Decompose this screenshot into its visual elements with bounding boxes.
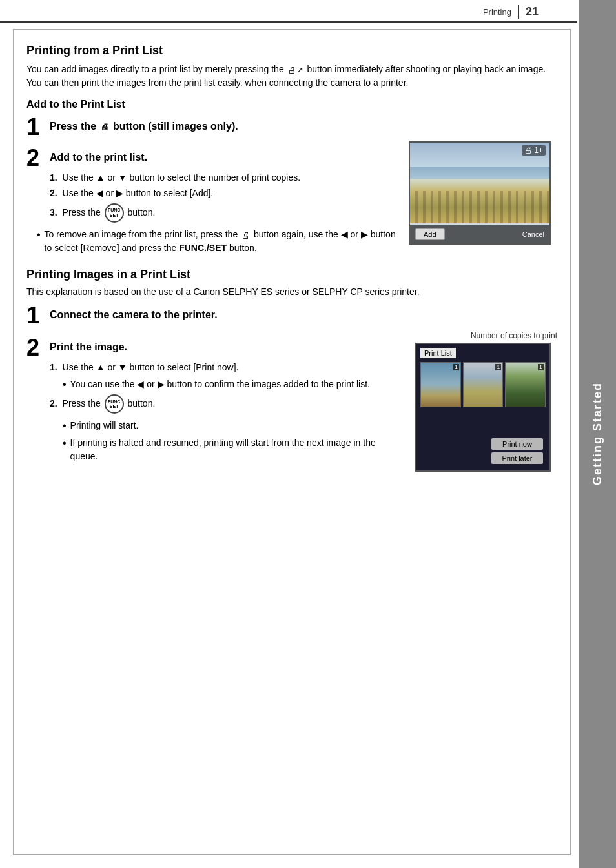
step1-number: 1	[26, 116, 46, 139]
connect-step: 1 Connect the camera to the printer.	[26, 304, 557, 327]
bullet1: • To remove an image from the print list…	[37, 228, 398, 255]
step1-print-icon: 🖨︎	[101, 122, 109, 132]
print-substep2-num: 2.	[50, 398, 57, 409]
print-list-title: Print List	[420, 348, 456, 358]
step2: 2 Add to the print list.	[26, 146, 398, 170]
thumb1-count: 1	[453, 364, 459, 370]
print-list-screen: Print List 1 1 1	[415, 343, 551, 472]
print-substep2: 2. Press the FUNC SET button.	[50, 394, 402, 414]
print-step-left: 2 Print the image. 1. Use the ▲ or ▼ but…	[26, 331, 402, 472]
print-step-area: 2 Print the image. 1. Use the ▲ or ▼ but…	[26, 331, 557, 472]
print-menu: Print now Print later	[491, 438, 543, 464]
thumb1: 1	[420, 362, 461, 407]
print-bullet1: • You can use the ◀ or ▶ button to confi…	[63, 378, 402, 392]
substep3: 3. Press the FUNC SET button.	[50, 203, 398, 223]
substep3-num: 3.	[50, 207, 57, 217]
section2-title: Printing Images in a Print List	[26, 268, 557, 281]
print-list-images: 1 1 1	[420, 362, 546, 407]
connect-step-number: 1	[26, 304, 46, 327]
print-list-icon: 🖨︎↗	[288, 64, 303, 77]
section1-body: You can add images directly to a print l…	[26, 63, 557, 90]
cancel-button[interactable]: Cancel	[522, 230, 544, 238]
thumb3-count: 1	[538, 364, 544, 370]
cam-icon-top-right: 🖨 1+	[522, 145, 546, 156]
substep2-num: 2.	[50, 188, 57, 198]
func-set-icon-1: FUNC SET	[105, 203, 124, 223]
print-sub-steps: 1. Use the ▲ or ▼ button to select [Prin…	[50, 362, 402, 463]
print-step: 2 Print the image.	[26, 336, 402, 359]
print-bullet2: • Printing will start.	[63, 419, 402, 433]
main-content: Printing from a Print List You can add i…	[13, 29, 571, 855]
substep2: 2. Use the ◀ or ▶ button to select [Add]…	[50, 188, 398, 198]
print-substep1-num: 1.	[50, 362, 57, 372]
step2-number: 2	[26, 146, 46, 170]
thumb3: 1	[505, 362, 546, 407]
camera-ui-bottom: Add Cancel	[410, 225, 549, 243]
func-set-icon-2: FUNC SET	[105, 394, 124, 414]
page-header: Printing 21	[0, 0, 577, 23]
beach-scene: 🖨 1+	[410, 143, 549, 223]
connect-step-text: Connect the camera to the printer.	[50, 304, 218, 321]
side-tab-label: Getting Started	[591, 382, 604, 485]
num-copies-label: Number of copies to print	[415, 331, 557, 340]
substep1: 1. Use the ▲ or ▼ button to select the n…	[50, 172, 398, 183]
print-screen-area: Number of copies to print Print List 1 1	[415, 331, 557, 472]
print-substep1: 1. Use the ▲ or ▼ button to select [Prin…	[50, 362, 402, 372]
step2-left: 2 Add to the print list. 1. Use the ▲ or…	[26, 141, 398, 257]
step1-text: Press the 🖨︎ button (still images only).	[50, 116, 238, 132]
print-step-number: 2	[26, 336, 46, 359]
bullet1-print-icon: 🖨︎	[241, 229, 250, 242]
print-bullet3: • If printing is halted and resumed, pri…	[63, 436, 402, 463]
substep1-num: 1.	[50, 172, 57, 183]
section-label: Printing	[483, 7, 511, 17]
beach-chairs-overlay	[410, 191, 549, 223]
section2-body: This explanation is based on the use of …	[26, 285, 557, 299]
step2-text: Add to the print list.	[50, 146, 147, 163]
water	[410, 167, 549, 179]
thumb2: 1	[463, 362, 504, 407]
print-later-btn[interactable]: Print later	[491, 452, 543, 464]
subsection1-title: Add to the Print List	[26, 99, 557, 110]
sub-steps: 1. Use the ▲ or ▼ button to select the n…	[50, 172, 398, 223]
print-now-btn[interactable]: Print now	[491, 438, 543, 450]
print-step-text: Print the image.	[50, 336, 127, 353]
step2-container: 2 Add to the print list. 1. Use the ▲ or…	[26, 141, 557, 257]
page-number: 21	[518, 5, 539, 19]
camera-screen: 🖨 1+ Add Cancel	[409, 141, 551, 245]
camera-screen-area: 🖨 1+ Add Cancel	[409, 141, 557, 257]
side-tab: Getting Started	[579, 0, 616, 868]
step1: 1 Press the 🖨︎ button (still images only…	[26, 116, 557, 139]
thumb2-count: 1	[495, 364, 501, 370]
add-button[interactable]: Add	[415, 228, 445, 240]
section1-title: Printing from a Print List	[26, 44, 557, 57]
